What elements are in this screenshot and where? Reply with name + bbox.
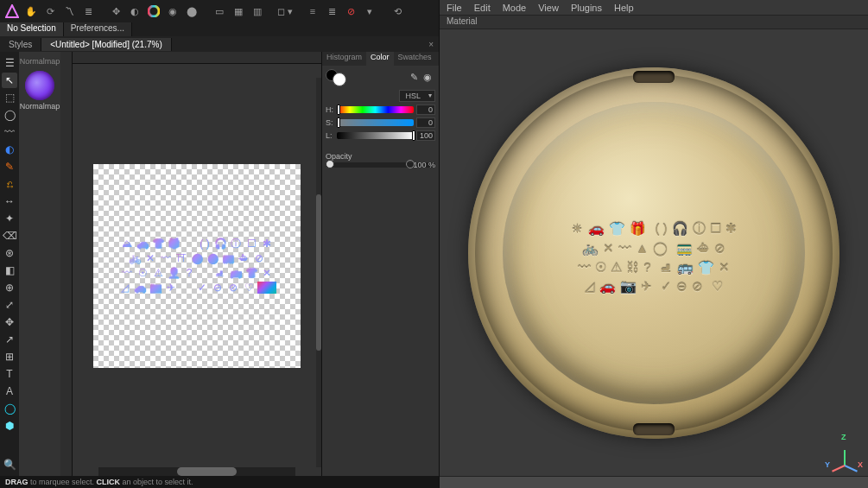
- side-panel: Normalmap Normalmap: [19, 52, 60, 476]
- contrast-icon[interactable]: ◐: [126, 3, 143, 20]
- viewport-3d[interactable]: ⛯🚗👕🎁( )🎧ⓘ☐✱ 🚲✕〰▲◯🚃⛴⊘ 〰☉⚠⛓?⛸🚌👕✕ ◿🚗📷✈✓⊖⊘♡ …: [440, 29, 868, 476]
- opacity-section: Opacity 100 %: [322, 152, 439, 168]
- context-tabs: No Selection Preferences...: [0, 22, 439, 36]
- color-wheel-icon[interactable]: [145, 3, 162, 20]
- crop-icon[interactable]: ◻ ▾: [276, 3, 294, 20]
- app-logo[interactable]: [3, 3, 21, 20]
- opacity-value[interactable]: 100 %: [413, 161, 435, 169]
- eyedropper-icon[interactable]: ◉: [423, 72, 432, 83]
- document: ⛰🚗👕🎁( )🎧ⓘ☐✱ 🚲✕〰⛩⬤⬤🚃⛴⊘ 〰☉⚠👤?⛸🚌👕✕ ◿🚗📷✈✓⊖⊘♡: [93, 164, 301, 368]
- tab-swatches[interactable]: Swatches: [394, 52, 436, 66]
- panel-tabs: Histogram Color Swatches Brushes: [322, 52, 439, 66]
- tool-gradient[interactable]: ◐: [2, 142, 17, 157]
- lgt-value[interactable]: 100: [416, 130, 435, 141]
- tool-erase[interactable]: ⌫: [2, 228, 17, 244]
- layers-icon[interactable]: ≣: [79, 3, 97, 20]
- menu-view[interactable]: View: [538, 3, 559, 13]
- emboss-row-1: ⛯🚗👕🎁( )🎧ⓘ☐✱: [468, 221, 839, 238]
- sat-label: S:: [326, 118, 334, 127]
- lgt-slider[interactable]: [337, 132, 414, 139]
- material-viewer-app: File Edit Mode View Plugins Help Materia…: [439, 0, 868, 488]
- search-icon[interactable]: 🔍: [2, 457, 17, 472]
- scrollbar-vertical[interactable]: [316, 78, 321, 467]
- side-panel-tab[interactable]: Normalmap: [18, 55, 62, 67]
- tool-font[interactable]: A: [2, 383, 17, 399]
- emboss-row-2: 🚲✕〰▲◯🚃⛴⊘: [468, 241, 839, 257]
- status-bar: DRAG to marquee select. CLICK an object …: [0, 476, 439, 488]
- notch-bottom: [633, 423, 675, 435]
- icon-row-3: 〰☉⚠👤?⛸🚌👕✕: [98, 267, 295, 279]
- menu-file[interactable]: File: [447, 3, 462, 13]
- sat-slider[interactable]: [337, 119, 414, 126]
- tool-dodge[interactable]: ◧: [2, 263, 17, 278]
- ratio-icon[interactable]: ▥: [249, 3, 266, 20]
- close-icon[interactable]: ×: [423, 40, 439, 49]
- ruler-horizontal: [73, 52, 321, 64]
- picker-icon[interactable]: ✎: [410, 72, 418, 83]
- document-tabs: Styles <Untitled> [Modified] (21.7%) ×: [0, 36, 439, 52]
- axis-gizmo[interactable]: Z Y X: [827, 434, 861, 469]
- emboss-row-3: 〰☉⚠⛓?⛸🚌👕✕: [468, 260, 839, 276]
- tool-undo-brush[interactable]: ⎌: [2, 176, 17, 192]
- image-editor-app: ✋ ⟳ 〽 ≣ ✥ ◐ ◉ ⬤ ▭ ▦ ▥ ◻ ▾ ≡ ≣ ⊘ ▾ ⟲ No S…: [0, 0, 439, 488]
- tab-document[interactable]: <Untitled> [Modified] (21.7%): [41, 38, 172, 51]
- tool-shape[interactable]: ⊞: [2, 349, 17, 364]
- tab-preferences[interactable]: Preferences...: [64, 22, 132, 36]
- hue-value[interactable]: 0: [416, 105, 435, 115]
- tool-pan[interactable]: ✥: [2, 314, 17, 330]
- fg-color[interactable]: [333, 73, 346, 86]
- tool-menu[interactable]: ☰: [2, 55, 17, 71]
- move-icon[interactable]: ✥: [107, 3, 124, 20]
- recolor-icon[interactable]: ⬤: [183, 3, 200, 20]
- tab-color[interactable]: Color: [366, 52, 394, 66]
- icon-row-2: 🚲✕〰⛩⬤⬤🚃⛴⊘: [98, 252, 295, 264]
- rotate-icon[interactable]: ⟳: [41, 3, 59, 20]
- tool-add[interactable]: ⊕: [2, 280, 17, 295]
- chev-icon[interactable]: ▾: [361, 3, 378, 20]
- tool-rect-marquee[interactable]: ⬚: [2, 90, 17, 105]
- hue-slider[interactable]: [337, 106, 414, 113]
- normalmap-preview[interactable]: [25, 71, 54, 100]
- reload-icon[interactable]: ⟲: [389, 3, 406, 20]
- tab-histogram[interactable]: Histogram: [322, 52, 366, 66]
- scrollbar-horizontal[interactable]: [98, 467, 295, 476]
- lgt-label: L:: [326, 131, 334, 140]
- tool-fill[interactable]: ⊛: [2, 245, 17, 261]
- tool-text[interactable]: T: [2, 366, 17, 382]
- align-right-icon[interactable]: ≣: [323, 3, 340, 20]
- menu-help[interactable]: Help: [614, 3, 634, 13]
- tab-no-selection[interactable]: No Selection: [0, 22, 64, 36]
- lock-icon[interactable]: ⊘: [342, 3, 359, 20]
- tab-styles[interactable]: Styles: [0, 38, 41, 51]
- canvas[interactable]: ⛰🚗👕🎁( )🎧ⓘ☐✱ 🚲✕〰⛩⬤⬤🚃⛴⊘ 〰☉⚠👤?⛸🚌👕✕ ◿🚗📷✈✓⊖⊘♡: [73, 64, 321, 467]
- tool-move[interactable]: ↖: [2, 73, 17, 88]
- align-left-icon[interactable]: ≡: [304, 3, 321, 20]
- color-mode-select[interactable]: HSL: [399, 90, 435, 102]
- fg-bg-swatch[interactable]: ✎ ◉: [326, 69, 435, 86]
- tool-transform[interactable]: ⤢: [2, 297, 17, 313]
- doc-icon[interactable]: ▭: [211, 3, 228, 20]
- menu-plugins[interactable]: Plugins: [571, 3, 602, 13]
- hue-label: H:: [326, 105, 334, 114]
- sub-header: Material: [440, 16, 868, 29]
- tool-ellipse[interactable]: ◯: [2, 107, 17, 123]
- tool-pen[interactable]: ↗: [2, 332, 17, 347]
- sat-row: S: 0: [326, 117, 435, 128]
- tool-effect[interactable]: ✦: [2, 211, 17, 226]
- grid-icon[interactable]: ▦: [230, 3, 247, 20]
- lgt-row: L: 100: [326, 130, 435, 141]
- tool-brush[interactable]: ✎: [2, 159, 17, 174]
- tool-clone[interactable]: ↔: [2, 193, 17, 209]
- menu-edit[interactable]: Edit: [474, 3, 491, 13]
- curves-icon[interactable]: 〽: [60, 3, 78, 20]
- tool-ring[interactable]: ◯: [2, 401, 17, 416]
- hand-icon[interactable]: ✋: [22, 3, 40, 20]
- color-area: ✎ ◉ HSL H: 0 S: 0 L:: [322, 66, 439, 147]
- menu-mode[interactable]: Mode: [503, 3, 527, 13]
- tool-lasso[interactable]: 〰: [2, 124, 17, 140]
- main-area: ☰ ↖ ⬚ ◯ 〰 ◐ ✎ ⎌ ↔ ✦ ⌫ ⊛ ◧ ⊕ ⤢ ✥ ↗ ⊞ T A …: [0, 52, 439, 476]
- tool-hex[interactable]: ⬢: [2, 418, 17, 434]
- sat-value[interactable]: 0: [416, 117, 435, 128]
- menu-bar: File Edit Mode View Plugins Help: [440, 0, 868, 16]
- fx-icon[interactable]: ◉: [164, 3, 181, 20]
